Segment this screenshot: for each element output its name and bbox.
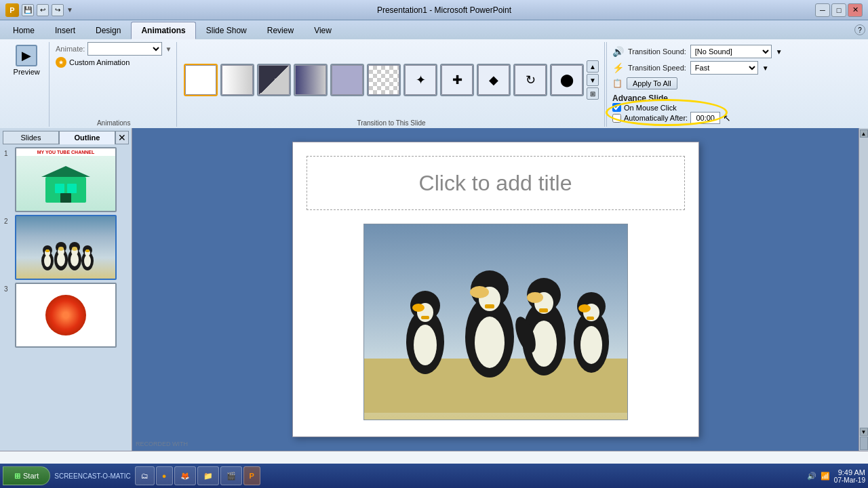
animate-arrow[interactable]: ▼ (165, 45, 172, 53)
taskbar-explorer[interactable]: 🗂 (135, 466, 155, 485)
animations-group-label: Animations (97, 118, 130, 127)
tab-animations[interactable]: Animations (131, 22, 195, 39)
transition-checkerboard[interactable] (367, 64, 401, 96)
tab-view[interactable]: View (304, 22, 342, 39)
start-button[interactable]: ⊞ Start (3, 466, 50, 485)
undo-button[interactable]: ↩ (37, 4, 49, 16)
slide-canvas[interactable]: Click to add title (292, 142, 699, 437)
taskbar-browser2[interactable]: 🦊 (174, 466, 196, 485)
start-icon: ⊞ (14, 472, 20, 481)
tab-slides[interactable]: Slides (3, 131, 59, 144)
penguins-svg (364, 224, 627, 413)
list-item[interactable]: 2 (4, 215, 127, 280)
svg-point-27 (414, 325, 437, 365)
taskbar: ⊞ Start SCREENCAST-O-MATIC 🗂 ● 🦊 📁 🎬 P 🔊… (0, 464, 868, 488)
automatically-after-checkbox[interactable] (612, 114, 621, 123)
trans-scroll-down[interactable]: ▼ (587, 74, 599, 86)
scroll-up-button[interactable]: ▲ (860, 129, 868, 138)
speed-icon: ⚡ (612, 62, 624, 73)
sound-dropdown-arrow[interactable]: ▼ (776, 48, 783, 56)
start-label: Start (23, 472, 39, 480)
animate-label: Animate: (56, 45, 85, 53)
transition-circle[interactable]: ⬤ (550, 64, 584, 96)
svg-rect-37 (485, 304, 494, 308)
transition-sound-row: 🔊 Transition Sound: [No Sound] ▼ (612, 45, 859, 58)
trans-scroll-up[interactable]: ▲ (587, 60, 599, 73)
ribbon-content: ▶ Preview Animate: ▼ ★ Custom Animation (0, 39, 868, 128)
tab-review[interactable]: Review (257, 22, 304, 39)
automatically-after-input[interactable] (690, 112, 720, 124)
list-item[interactable]: 1 MY YOU TUBE CHANNEL (4, 147, 127, 212)
tab-insert[interactable]: Insert (45, 22, 85, 39)
cursor-arrow: ↖ (723, 113, 731, 123)
slide-number-2: 2 (4, 218, 12, 225)
close-panel-button[interactable]: ✕ (115, 131, 129, 144)
svg-point-24 (85, 249, 90, 252)
minimize-button[interactable]: ─ (815, 3, 830, 17)
save-button[interactable]: 💾 (22, 4, 34, 16)
svg-point-30 (412, 304, 425, 312)
custom-animation-label: Custom Animation (69, 58, 130, 66)
tab-slideshow[interactable]: Slide Show (196, 22, 257, 39)
svg-point-19 (72, 247, 77, 251)
apply-all-row: 📋 Apply To All (612, 77, 859, 89)
transition-plus[interactable]: ✚ (440, 64, 474, 96)
taskbar-powerpoint[interactable]: P (243, 466, 260, 485)
custom-animation-button[interactable]: ★ Custom Animation (56, 57, 130, 68)
list-item[interactable]: 3 (4, 283, 127, 348)
slide-number-3: 3 (4, 285, 12, 293)
on-mouse-click-checkbox[interactable] (612, 103, 621, 112)
on-mouse-click-container: On Mouse Click (612, 103, 859, 112)
slide-thumbnail-2[interactable] (15, 215, 117, 280)
svg-rect-43 (539, 308, 548, 312)
automatically-after-label: Automatically After: (624, 114, 688, 122)
transition-fade[interactable] (220, 64, 254, 96)
transition-group-label: Transition to This Slide (357, 118, 425, 127)
workspace: Slides Outline ✕ 1 MY YOU TUBE CHANNEL (0, 128, 868, 451)
transition-sound-select[interactable]: [No Sound] (690, 45, 772, 58)
files-icon: 📁 (203, 472, 213, 481)
taskbar-browser1[interactable]: ● (156, 466, 173, 485)
transition-push[interactable] (294, 64, 328, 96)
transition-wedge[interactable]: ✦ (403, 64, 437, 96)
slide1-content (16, 156, 115, 211)
taskbar-media[interactable]: 🎬 (220, 466, 242, 485)
tab-home[interactable]: Home (3, 22, 45, 39)
animate-dropdown[interactable] (87, 42, 162, 56)
tab-design[interactable]: Design (85, 22, 131, 39)
customize-qat[interactable]: ▼ (66, 6, 73, 14)
apply-to-all-button[interactable]: Apply To All (627, 77, 677, 89)
svg-marker-1 (41, 166, 90, 177)
scroll-expand[interactable] (860, 436, 868, 450)
right-scrollbar: ▲ ▼ (859, 128, 868, 451)
taskbar-files[interactable]: 📁 (197, 466, 219, 485)
preview-button[interactable]: ▶ Preview (9, 42, 44, 79)
trans-scroll-more[interactable]: ⊞ (587, 87, 599, 100)
slide-thumbnail-3[interactable] (15, 283, 117, 348)
slide-title-box[interactable]: Click to add title (307, 156, 685, 210)
transition-cover[interactable] (330, 64, 364, 96)
transition-rotate[interactable]: ↻ (513, 64, 547, 96)
volume-icon[interactable]: 🔊 (807, 472, 816, 481)
svg-rect-31 (421, 316, 429, 319)
speed-dropdown-arrow[interactable]: ▼ (762, 64, 769, 72)
help-button[interactable]: ? (854, 24, 865, 35)
preview-icon: ▶ (16, 45, 37, 66)
slide3-content (16, 284, 115, 346)
slide-image-container (307, 221, 685, 423)
slide-thumbnail-1[interactable]: MY YOU TUBE CHANNEL (15, 147, 117, 212)
firefox-icon: 🦊 (180, 472, 190, 481)
redo-button[interactable]: ↪ (52, 4, 64, 16)
window-controls: ─ □ ✕ (815, 3, 863, 17)
transition-wipe[interactable] (257, 64, 291, 96)
transition-none[interactable] (184, 64, 218, 96)
close-button[interactable]: ✕ (848, 3, 863, 17)
transition-speed-select[interactable]: Fast (690, 61, 758, 75)
scroll-down-button[interactable]: ▼ (860, 428, 868, 436)
transition-diamond[interactable]: ◆ (477, 64, 511, 96)
tab-outline[interactable]: Outline (59, 131, 115, 144)
svg-rect-4 (60, 193, 71, 203)
mini-penguins (33, 223, 99, 276)
ribbon-tabs: Home Insert Design Animations Slide Show… (0, 20, 868, 39)
maximize-button[interactable]: □ (831, 3, 846, 17)
